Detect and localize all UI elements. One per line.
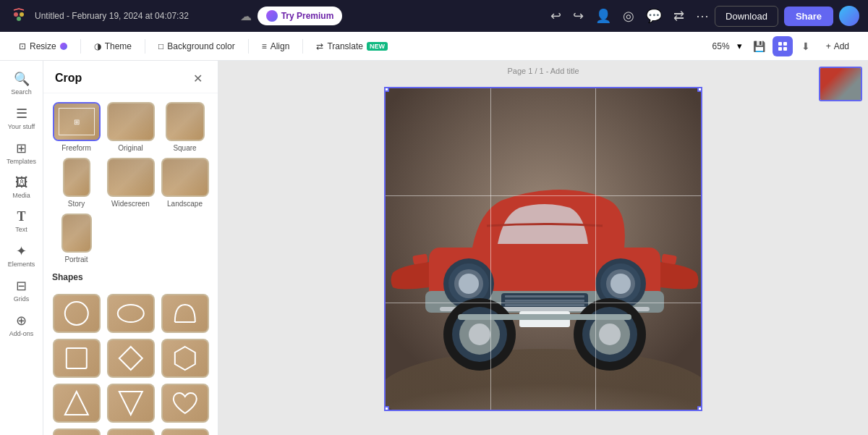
shape-thumb-pentagon bbox=[53, 428, 101, 435]
resize-icon: ⊡ bbox=[19, 41, 26, 51]
filename-label: Untitled - February 19, 2024 at 04:07:32 bbox=[35, 11, 231, 21]
crop-item-freeform[interactable]: ⊞ Freeform bbox=[52, 102, 101, 152]
bg-color-label: Background color bbox=[167, 41, 234, 51]
sidebar-item-your-stuff[interactable]: ☰ Your stuff bbox=[3, 101, 41, 135]
shape-item-diamond[interactable] bbox=[106, 339, 155, 378]
shape-thumb-circle bbox=[53, 294, 101, 333]
handle-top-left[interactable] bbox=[384, 87, 389, 92]
location-icon[interactable]: ◎ bbox=[623, 8, 634, 24]
crop-item-portrait[interactable]: Portrait bbox=[52, 214, 101, 263]
shape-item-square2[interactable] bbox=[52, 339, 101, 378]
handle-top-right[interactable] bbox=[697, 87, 702, 92]
share-button[interactable]: Share bbox=[784, 7, 833, 26]
addons-label: Add-ons bbox=[9, 330, 34, 337]
crop-close-button[interactable]: ✕ bbox=[189, 69, 206, 87]
translate-button[interactable]: ⇄ Translate NEW bbox=[309, 38, 395, 54]
text-label: Text bbox=[15, 226, 27, 233]
shape-overlay-heart bbox=[163, 385, 208, 421]
shape-item-heart[interactable] bbox=[161, 384, 209, 423]
svg-point-32 bbox=[610, 274, 631, 294]
media-label: Media bbox=[12, 192, 30, 199]
download-button[interactable]: Download bbox=[715, 6, 778, 27]
shape-overlay-pentagon bbox=[54, 430, 99, 435]
shape-item-arch[interactable] bbox=[161, 294, 209, 333]
text-icon: T bbox=[17, 209, 25, 224]
save-button[interactable]: 💾 bbox=[749, 36, 770, 56]
more-icon[interactable]: ⋯ bbox=[696, 8, 709, 24]
crop-panel: Crop ✕ ⊞ Freeform bbox=[43, 61, 218, 435]
sidebar-item-search[interactable]: 🔍 Search bbox=[3, 67, 41, 100]
sidebar-item-text[interactable]: T Text bbox=[3, 205, 41, 237]
templates-label: Templates bbox=[7, 158, 36, 165]
try-premium-button[interactable]: Try Premium bbox=[258, 7, 343, 25]
zoom-dropdown-button[interactable]: ▾ bbox=[733, 39, 746, 53]
page-thumbnail[interactable] bbox=[819, 67, 862, 101]
divider3 bbox=[248, 39, 249, 54]
svg-rect-43 bbox=[458, 314, 631, 320]
shape-overlay-diamond bbox=[109, 340, 153, 376]
crop-item-story[interactable]: Story bbox=[52, 158, 101, 208]
cloud-icon: ☁ bbox=[240, 9, 252, 23]
svg-rect-4 bbox=[783, 42, 787, 46]
shape-item-arrow[interactable] bbox=[106, 428, 155, 435]
theme-button[interactable]: ◑ Theme bbox=[87, 38, 139, 54]
crop-thumb-landscape-bg bbox=[163, 159, 208, 195]
grid-hline1 bbox=[386, 195, 701, 196]
divider2 bbox=[145, 39, 145, 54]
shape-item-star[interactable] bbox=[161, 428, 209, 435]
your-stuff-label: Your stuff bbox=[8, 123, 35, 130]
search-label: Search bbox=[11, 88, 32, 96]
theme-label: Theme bbox=[105, 41, 132, 51]
crop-item-square[interactable]: Square bbox=[161, 102, 209, 152]
shape-item-pentagon[interactable] bbox=[52, 428, 101, 435]
shape-item-hexagon[interactable] bbox=[161, 339, 209, 378]
sidebar-item-addons[interactable]: ⊕ Add-ons bbox=[3, 308, 41, 342]
share2-icon[interactable]: ⇄ bbox=[673, 8, 684, 24]
svg-rect-23 bbox=[505, 300, 584, 302]
crop-thumb-portrait bbox=[61, 214, 92, 253]
svg-rect-10 bbox=[67, 348, 87, 368]
crop-item-original[interactable]: Original bbox=[106, 102, 155, 152]
svg-point-8 bbox=[118, 305, 144, 322]
sidebar-item-templates[interactable]: ⊞ Templates bbox=[3, 136, 41, 169]
handle-bottom-right[interactable] bbox=[697, 406, 702, 411]
sidebar-item-grids[interactable]: ⊟ Grids bbox=[3, 274, 41, 307]
undo-icon[interactable]: ↩ bbox=[550, 8, 561, 24]
download-small-button[interactable]: ⬇ bbox=[796, 36, 816, 56]
svg-point-28 bbox=[459, 274, 479, 294]
svg-marker-13 bbox=[65, 392, 88, 415]
add-button[interactable]: + Add bbox=[819, 38, 856, 54]
toolbar: ⊡ Resize ◑ Theme □ Background color ≡ Al… bbox=[0, 32, 868, 61]
sidebar-item-elements[interactable]: ✦ Elements bbox=[3, 239, 41, 272]
user-icon[interactable]: 👤 bbox=[595, 8, 611, 24]
canvas-image-wrap[interactable]: ✕ bbox=[384, 87, 702, 411]
shape-item-triangle2[interactable] bbox=[106, 384, 155, 423]
shape-item-triangle[interactable] bbox=[52, 384, 101, 423]
crop-thumb-landscape bbox=[161, 158, 209, 197]
canvas-area: Page 1 / 1 - Add title bbox=[218, 61, 868, 435]
app-logo bbox=[9, 6, 29, 26]
comment-icon[interactable]: 💬 bbox=[646, 8, 662, 24]
crop-thumb-story-bg bbox=[64, 159, 89, 195]
sidebar-item-media[interactable]: 🖼 Media bbox=[3, 171, 41, 203]
translate-icon: ⇄ bbox=[316, 41, 323, 51]
media-icon: 🖼 bbox=[15, 175, 28, 190]
handle-bottom-left[interactable] bbox=[384, 406, 389, 411]
crop-item-widescreen[interactable]: Widescreen bbox=[106, 158, 155, 208]
shape-item-circle[interactable] bbox=[52, 294, 101, 333]
shape-thumb-triangle2 bbox=[107, 384, 155, 423]
align-button[interactable]: ≡ Align bbox=[255, 38, 297, 54]
svg-point-7 bbox=[65, 302, 88, 325]
resize-button[interactable]: ⊡ Resize bbox=[12, 38, 75, 54]
svg-marker-11 bbox=[119, 347, 142, 370]
shape-item-ellipse[interactable] bbox=[106, 294, 155, 333]
grid-view-button[interactable] bbox=[773, 36, 793, 56]
shape-overlay-arrow bbox=[109, 430, 153, 435]
shape-overlay-ellipse bbox=[109, 295, 153, 331]
resize-label: Resize bbox=[30, 41, 56, 51]
page-thumb-image bbox=[820, 68, 861, 100]
crop-item-landscape[interactable]: Landscape bbox=[161, 158, 209, 208]
bg-color-button[interactable]: □ Background color bbox=[151, 38, 242, 54]
redo-icon[interactable]: ↪ bbox=[573, 8, 584, 24]
shape-overlay-star bbox=[163, 430, 208, 435]
